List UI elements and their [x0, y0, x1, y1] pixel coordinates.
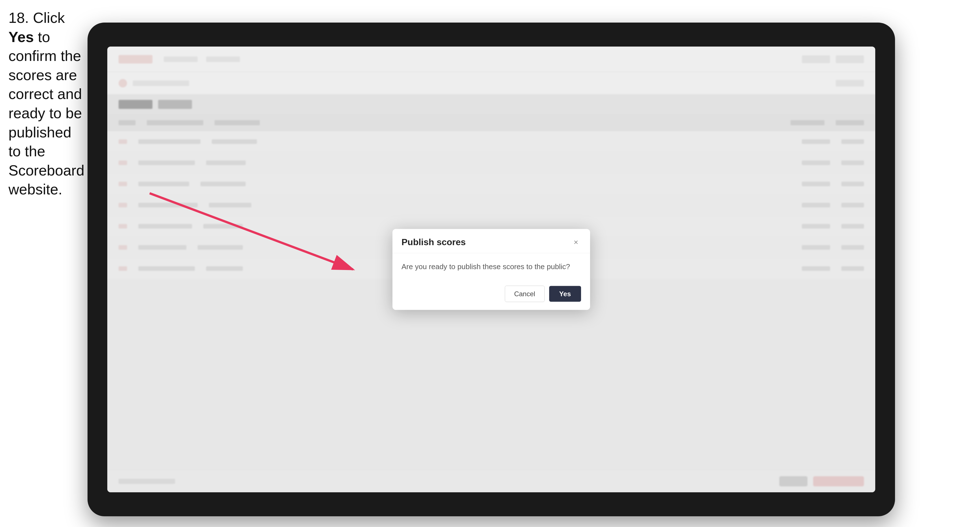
tablet-screen: Publish scores × Are you ready to publis…	[107, 46, 875, 492]
modal-body: Are you ready to publish these scores to…	[393, 253, 590, 280]
publish-scores-modal: Publish scores × Are you ready to publis…	[393, 229, 590, 310]
instruction-text: 18. Click Yes to confirm the scores are …	[8, 8, 88, 199]
modal-cancel-button[interactable]: Cancel	[505, 286, 545, 302]
modal-yes-button[interactable]: Yes	[549, 286, 581, 302]
tablet-device: Publish scores × Are you ready to publis…	[88, 22, 895, 516]
instruction-text-part2: to confirm the scores are correct and re…	[8, 29, 84, 198]
step-number: 18.	[8, 10, 29, 26]
modal-message: Are you ready to publish these scores to…	[401, 261, 581, 272]
bold-yes: Yes	[8, 29, 34, 45]
instruction-text-part1: Click	[29, 10, 65, 26]
modal-footer: Cancel Yes	[393, 280, 590, 310]
modal-header: Publish scores ×	[393, 229, 590, 253]
modal-title: Publish scores	[401, 237, 466, 248]
modal-close-button[interactable]: ×	[571, 237, 581, 247]
